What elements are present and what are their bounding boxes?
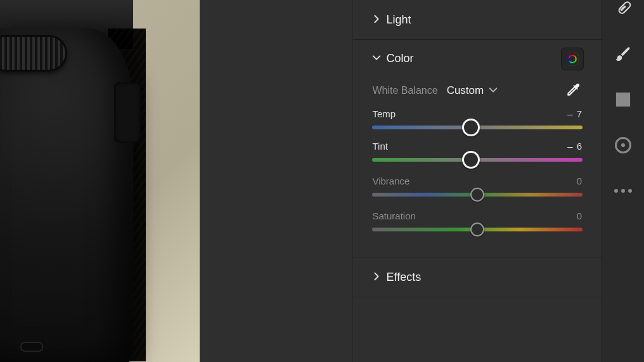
slider-vibrance-handle[interactable] xyxy=(470,188,484,202)
camera-dial xyxy=(0,35,67,72)
linear-gradient-tool[interactable] xyxy=(614,90,633,109)
more-icon xyxy=(614,189,632,193)
slider-temp-handle[interactable] xyxy=(462,119,480,136)
slider-saturation-label: Saturation xyxy=(372,210,415,221)
camera-lug xyxy=(114,82,141,143)
chevron-down-icon xyxy=(372,52,386,65)
chevron-right-icon xyxy=(372,13,386,27)
image-preview xyxy=(0,0,200,362)
healing-tool[interactable] xyxy=(614,0,633,18)
section-color: Color White Balance Custom xyxy=(353,40,602,257)
eyedropper-button[interactable] xyxy=(565,82,583,100)
slider-tint-value[interactable]: – 6 xyxy=(567,141,583,152)
section-light[interactable]: Light xyxy=(353,0,602,40)
right-toolbar xyxy=(602,0,644,362)
svg-point-2 xyxy=(624,6,625,8)
svg-point-1 xyxy=(621,9,622,10)
more-tools[interactable] xyxy=(614,181,633,200)
preview-background xyxy=(200,0,353,362)
slider-saturation-track[interactable] xyxy=(372,228,583,231)
white-balance-dropdown[interactable]: Custom xyxy=(447,84,498,97)
slider-temp-value[interactable]: – 7 xyxy=(567,108,583,119)
slider-saturation: Saturation 0 xyxy=(372,210,583,231)
svg-point-3 xyxy=(622,8,624,9)
slider-temp: Temp – 7 xyxy=(372,108,583,129)
section-title-light: Light xyxy=(386,13,411,27)
slider-tint-track[interactable] xyxy=(372,158,583,162)
slider-saturation-handle[interactable] xyxy=(470,223,484,236)
slider-vibrance: Vibrance 0 xyxy=(372,176,583,197)
slider-temp-track[interactable] xyxy=(372,126,583,129)
slider-vibrance-track[interactable] xyxy=(372,193,583,197)
color-mixer-button[interactable] xyxy=(561,48,584,70)
white-balance-value: Custom xyxy=(447,84,484,97)
slider-temp-label: Temp xyxy=(372,108,396,119)
radial-gradient-tool[interactable] xyxy=(614,136,633,155)
camera-slot xyxy=(20,342,43,352)
chevron-down-icon xyxy=(489,86,498,96)
edit-panel: Light Color White Balance Custom xyxy=(352,0,602,362)
slider-tint-handle[interactable] xyxy=(462,151,480,169)
slider-saturation-value[interactable]: 0 xyxy=(577,210,583,221)
camera-body xyxy=(0,29,133,362)
white-balance-label: White Balance xyxy=(372,85,437,96)
color-wheel-icon xyxy=(565,52,579,66)
radial-icon xyxy=(615,137,631,153)
brush-tool[interactable] xyxy=(614,44,633,63)
chevron-right-icon xyxy=(372,271,386,284)
section-title-effects: Effects xyxy=(386,271,421,284)
slider-tint: Tint – 6 xyxy=(372,141,583,162)
slider-vibrance-label: Vibrance xyxy=(372,176,409,186)
section-effects[interactable]: Effects xyxy=(353,257,602,297)
section-color-header[interactable]: Color xyxy=(372,40,583,77)
section-title-color: Color xyxy=(386,52,413,65)
square-icon xyxy=(615,92,631,107)
slider-tint-label: Tint xyxy=(372,141,387,152)
slider-vibrance-value[interactable]: 0 xyxy=(577,176,583,186)
